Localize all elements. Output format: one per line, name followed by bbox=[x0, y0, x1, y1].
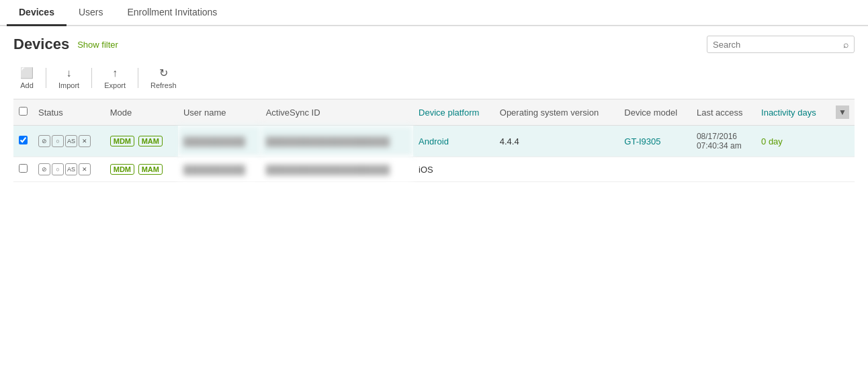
tag-mam: MAM bbox=[138, 136, 163, 146]
tab-enrollment-invitations[interactable]: Enrollment Invitations bbox=[116, 0, 230, 26]
os-version-cell: 4.4.4 bbox=[494, 126, 619, 157]
inactivity-cell: 0 day bbox=[756, 126, 830, 157]
import-button[interactable]: ↓ Import bbox=[52, 65, 86, 92]
col-mode: Mode bbox=[105, 99, 178, 126]
table-wrapper: Status Mode User name ActiveSync ID Devi… bbox=[0, 99, 868, 182]
devices-table: Status Mode User name ActiveSync ID Devi… bbox=[13, 99, 855, 182]
refresh-button[interactable]: ↻ Refresh bbox=[144, 64, 183, 92]
sep-2 bbox=[91, 68, 92, 88]
table-row: ⊘ ○ AS ✕ MDM MAM ██████████ ████████████… bbox=[13, 157, 855, 182]
top-nav: Devices Users Enrollment Invitations bbox=[0, 0, 868, 26]
tag-mdm: MDM bbox=[110, 136, 134, 146]
sep-1 bbox=[46, 68, 46, 88]
export-button[interactable]: ↑ Export bbox=[97, 65, 132, 92]
col-username: User name bbox=[178, 99, 261, 126]
status-icon-1: ⊘ bbox=[38, 135, 50, 147]
device-model-link[interactable]: GT-I9305 bbox=[624, 136, 660, 146]
export-icon: ↑ bbox=[112, 67, 118, 79]
platform-cell: iOS bbox=[413, 157, 494, 182]
status-icon-4: ✕ bbox=[79, 135, 91, 147]
col-expand: ▼ bbox=[830, 99, 855, 126]
row-checkbox[interactable] bbox=[19, 136, 28, 144]
row-checkbox[interactable] bbox=[19, 164, 28, 173]
export-label: Export bbox=[104, 81, 126, 89]
tag-mdm: MDM bbox=[110, 164, 134, 175]
last-access-cell: 08/17/201607:40:34 am bbox=[691, 126, 756, 157]
status-icon-1: ⊘ bbox=[38, 163, 50, 175]
username-cell: ██████████ bbox=[178, 157, 261, 182]
col-inactivity: Inactivity days bbox=[756, 99, 830, 126]
os-version-cell bbox=[494, 157, 619, 182]
refresh-icon: ↻ bbox=[159, 67, 168, 79]
table-row: ⊘ ○ AS ✕ MDM MAM ██████████ ████████████… bbox=[13, 126, 855, 157]
header-left: Devices Show filter bbox=[13, 36, 118, 53]
sep-3 bbox=[138, 68, 138, 88]
search-input[interactable] bbox=[713, 40, 843, 50]
table-header-row: Status Mode User name ActiveSync ID Devi… bbox=[13, 99, 855, 126]
platform-link[interactable]: Android bbox=[419, 136, 449, 146]
tag-mam: MAM bbox=[138, 164, 163, 175]
col-device-model: Device model bbox=[619, 99, 691, 126]
show-filter-button[interactable]: Show filter bbox=[77, 40, 118, 50]
page-title: Devices bbox=[13, 36, 69, 53]
add-icon: ⬜ bbox=[20, 67, 34, 79]
expand-columns-btn[interactable]: ▼ bbox=[836, 105, 849, 119]
last-access-cell bbox=[691, 157, 756, 182]
import-icon: ↓ bbox=[67, 67, 72, 79]
col-status: Status bbox=[33, 99, 105, 126]
inactivity-cell bbox=[756, 157, 830, 182]
activesync-cell: ████████████████████ bbox=[261, 157, 413, 182]
activesync-cell: ████████████████████ bbox=[261, 126, 413, 157]
search-box: ⌕ bbox=[707, 36, 855, 53]
status-icon-3: AS bbox=[65, 135, 77, 147]
add-label: Add bbox=[20, 81, 34, 89]
col-activesync: ActiveSync ID bbox=[261, 99, 413, 126]
col-platform: Device platform bbox=[413, 99, 494, 126]
username-cell: ██████████ bbox=[178, 126, 261, 157]
add-button[interactable]: ⬜ Add bbox=[13, 64, 40, 92]
status-icons: ⊘ ○ AS ✕ bbox=[38, 163, 99, 175]
device-model-cell bbox=[619, 157, 691, 182]
import-label: Import bbox=[58, 81, 79, 89]
col-last-access: Last access bbox=[691, 99, 756, 126]
status-icons: ⊘ ○ AS ✕ bbox=[38, 135, 99, 147]
select-all-checkbox[interactable] bbox=[19, 107, 28, 116]
status-icon-2: ○ bbox=[52, 163, 64, 175]
tab-users[interactable]: Users bbox=[67, 0, 116, 26]
page-header: Devices Show filter ⌕ bbox=[0, 26, 868, 60]
tab-devices[interactable]: Devices bbox=[7, 0, 67, 26]
col-os-version: Operating system version bbox=[494, 99, 619, 126]
refresh-label: Refresh bbox=[150, 81, 177, 89]
toolbar: ⬜ Add ↓ Import ↑ Export ↻ Refresh bbox=[0, 60, 868, 99]
search-icon: ⌕ bbox=[843, 39, 849, 50]
status-icon-3: AS bbox=[65, 163, 77, 175]
status-icon-2: ○ bbox=[52, 135, 64, 147]
status-icon-4: ✕ bbox=[79, 163, 91, 175]
